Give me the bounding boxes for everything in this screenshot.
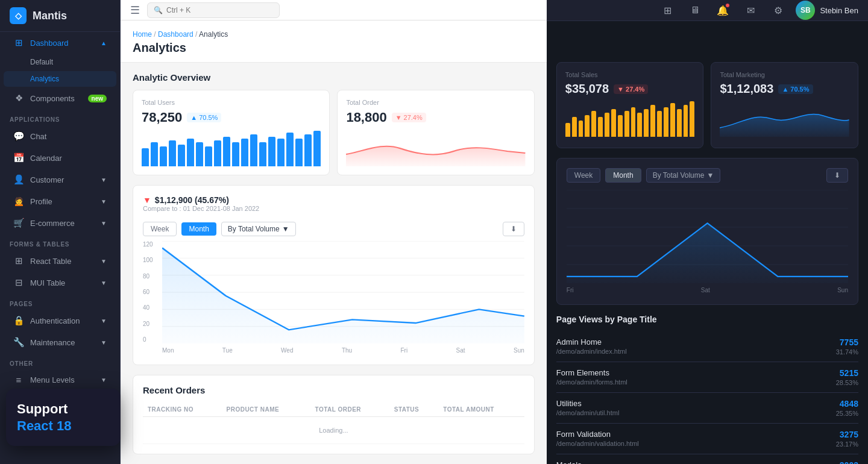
chevron-down-icon: ▼ <box>101 198 107 205</box>
sidebar-item-profile[interactable]: 🙍 Profile ▼ <box>4 191 116 212</box>
dark-volume-dropdown[interactable]: By Total Volume ▼ <box>646 168 721 183</box>
main-area: ☰ 🔍 Home / Dashboard / Analytics Analyti… <box>121 0 868 464</box>
download-button[interactable]: ⬇ <box>503 222 524 236</box>
bar <box>618 115 623 137</box>
mail-button[interactable]: ✉ <box>740 0 761 20</box>
income-chart-wrap: 120 100 80 60 40 20 0 <box>143 241 524 355</box>
sidebar-item-label: Dashboard <box>30 39 69 48</box>
dark-badge-up: ▲ 70.5% <box>778 84 813 94</box>
bar <box>611 109 616 137</box>
dark-download-button[interactable]: ⬇ <box>826 168 848 183</box>
section-forms-tables: Forms & Tables <box>0 234 120 250</box>
bar <box>591 111 596 137</box>
orders-table: TRACKING NO PRODUCT NAME TOTAL ORDER STA… <box>143 403 524 444</box>
page-view-count: 5215 <box>836 368 858 378</box>
breadcrumb-dashboard[interactable]: Dashboard <box>158 30 193 39</box>
sidebar-item-menu-levels[interactable]: ≡ Menu Levels ▼ <box>4 370 116 390</box>
bar <box>657 111 662 137</box>
calendar-icon: 📅 <box>13 152 24 163</box>
section-pages: Pages <box>0 293 120 310</box>
bar <box>304 134 312 166</box>
support-title: Support <box>17 401 110 418</box>
page-title: Analytics <box>133 41 535 55</box>
grid-icon: ⊞ <box>664 5 671 16</box>
grid-button[interactable]: ⊞ <box>657 0 678 20</box>
search-box[interactable]: 🔍 <box>147 2 280 18</box>
page-view-url: /demo/admin/index.html <box>556 348 627 355</box>
sidebar-item-label: Default <box>30 58 53 66</box>
stat-value-row: 18,800 ▼ 27.4% <box>346 110 525 125</box>
user-info[interactable]: SB Stebin Ben <box>796 1 858 20</box>
dashboard-icon: ⊞ <box>13 37 24 48</box>
search-input[interactable] <box>166 6 273 14</box>
sidebar-item-chat[interactable]: 💬 Chat <box>4 126 116 146</box>
sidebar-item-authentication[interactable]: 🔒 Authentication ▼ <box>4 310 116 331</box>
bar <box>160 146 167 166</box>
bell-button[interactable]: 🔔 <box>712 0 733 20</box>
bar <box>624 111 629 137</box>
sidebar-item-customer[interactable]: 👤 Customer ▼ <box>4 169 116 190</box>
bar <box>241 139 248 166</box>
gear-icon: ⚙ <box>774 5 782 16</box>
sidebar-item-default[interactable]: Default <box>4 54 116 70</box>
sidebar-item-react-table[interactable]: ⊞ React Table ▼ <box>4 251 116 271</box>
bar <box>664 107 668 137</box>
bar <box>142 148 149 166</box>
dark-income-chart <box>567 190 848 283</box>
user-name: Stebin Ben <box>820 6 858 15</box>
dark-x-labels: Fri Sat Sun <box>567 286 848 295</box>
page-view-url: /demo/admin/util.html <box>556 409 620 416</box>
breadcrumb-current: Analytics <box>199 30 228 39</box>
cell: Loading... <box>143 417 524 444</box>
sidebar-item-maintenance[interactable]: 🔧 Maintenance ▼ <box>4 332 116 353</box>
bar <box>295 139 303 166</box>
search-icon: 🔍 <box>154 6 163 14</box>
light-section: ☰ 🔍 Home / Dashboard / Analytics Analyti… <box>121 0 547 464</box>
app-name: Mantis <box>33 10 67 22</box>
sidebar-item-label: Profile <box>30 197 52 206</box>
page-view-name: Modals <box>556 460 632 464</box>
chevron-down-icon: ▼ <box>101 280 107 286</box>
bar <box>637 113 642 137</box>
income-overview-card: ▼ $1,12,900 (45.67%) Compare to : 01 Dec… <box>133 185 535 365</box>
maintenance-icon: 🔧 <box>13 337 24 348</box>
dark-month-button[interactable]: Month <box>605 168 641 183</box>
sidebar-item-components[interactable]: ❖ Components new <box>4 88 116 108</box>
sidebar-item-mui-table[interactable]: ⊟ MUI Table ▼ <box>4 272 116 293</box>
marketing-chart <box>720 101 849 137</box>
analytic-overview-title: Analytic Overview <box>133 72 535 83</box>
section-applications: Applications <box>0 109 120 125</box>
dark-week-button[interactable]: Week <box>567 168 600 183</box>
support-popup[interactable]: Support React 18 <box>6 389 121 446</box>
chevron-up-icon: ▲ <box>101 40 107 46</box>
table-row: Loading... <box>143 417 524 444</box>
stat-badge-up: ▲ 70.5% <box>187 113 221 122</box>
sidebar-item-calendar[interactable]: 📅 Calendar <box>4 148 116 168</box>
bar <box>250 134 257 166</box>
monitor-button[interactable]: 🖥 <box>685 0 705 20</box>
page-view-pct: 25.35% <box>836 410 858 417</box>
chevron-down-icon: ▼ <box>101 377 107 383</box>
sidebar-item-analytics[interactable]: Analytics <box>4 71 116 87</box>
month-button[interactable]: Month <box>181 222 216 236</box>
menu-levels-icon: ≡ <box>13 375 24 385</box>
settings-button[interactable]: ⚙ <box>768 0 788 20</box>
page-view-item: Utilities /demo/admin/util.html 4848 25.… <box>556 393 858 424</box>
sidebar-item-ecommerce[interactable]: 🛒 E-commerce ▼ <box>4 213 116 233</box>
week-button[interactable]: Week <box>143 222 177 236</box>
breadcrumb-home[interactable]: Home <box>133 30 152 39</box>
content-body: Analytic Overview Total Users 78,250 ▲ 7… <box>121 63 547 464</box>
sidebar-item-dashboard[interactable]: ⊞ Dashboard ▲ <box>4 33 116 53</box>
y-label: 100 <box>143 257 160 263</box>
bar <box>259 142 266 166</box>
avatar: SB <box>796 1 815 20</box>
sidebar-item-label: Customer <box>30 175 64 184</box>
sidebar-item-label: MUI Table <box>30 278 65 287</box>
volume-dropdown[interactable]: By Total Volume ▼ <box>221 222 296 236</box>
page-view-name: Form Elements <box>556 368 627 377</box>
components-icon: ❖ <box>13 93 24 104</box>
menu-toggle-button[interactable]: ☰ <box>130 4 140 17</box>
x-label: Sun <box>837 287 848 293</box>
dropdown-label: By Total Volume <box>653 171 705 180</box>
sidebar-logo[interactable]: ◇ Mantis <box>0 0 120 32</box>
